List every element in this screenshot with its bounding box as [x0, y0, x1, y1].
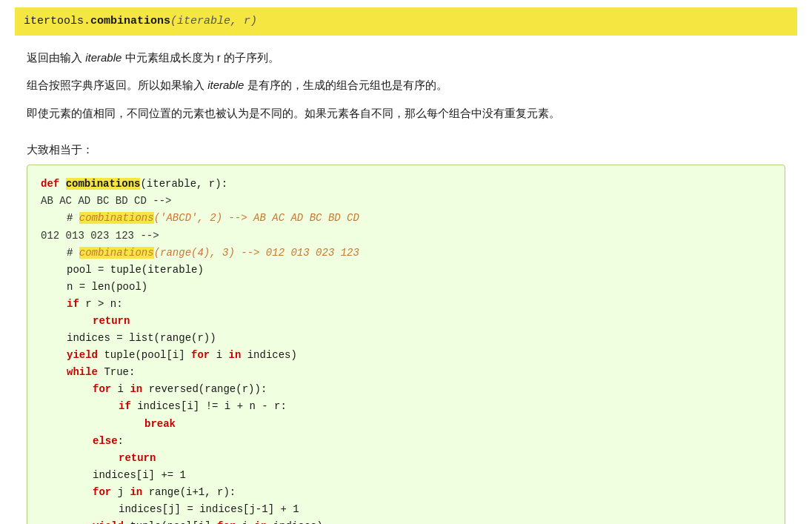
- desc-1: 返回由输入 iterable 中元素组成长度为 r 的子序列。: [27, 47, 785, 68]
- equiv-label: 大致相当于：: [27, 140, 797, 159]
- desc-2: 组合按照字典序返回。所以如果输入 iterable 是有序的，生成的组合元组也是…: [27, 75, 785, 96]
- signature-bar: itertools.combinations(iterable, r): [15, 7, 797, 36]
- code-line-8: yield tuple(pool[i] for i in indices): [41, 347, 771, 364]
- code-line-16: for j in range(i+1, r):: [41, 484, 771, 501]
- code-line-5: if r > n:: [41, 296, 771, 313]
- code-line-3: pool = tuple(iterable): [41, 262, 771, 279]
- code-line-10: for i in reversed(range(r)):: [41, 381, 771, 398]
- code-line-15: indices[i] += 1: [41, 467, 771, 484]
- code-line-4: n = len(pool): [41, 279, 771, 296]
- code-line-17: indices[j] = indices[j-1] + 1: [41, 501, 771, 518]
- code-line-comment1: # combinations('ABCD', 2) --> AB AC AD B…: [41, 210, 771, 227]
- code-line-13: else:: [41, 433, 771, 450]
- module-name: itertools.: [24, 15, 90, 27]
- desc-3: 即使元素的值相同，不同位置的元素也被认为是不同的。如果元素各自不同，那么每个组合…: [27, 103, 785, 124]
- code-line-6: return: [41, 313, 771, 330]
- code-line-def: def combinations(iterable, r):: [41, 176, 771, 193]
- func-name: combinations: [90, 15, 170, 27]
- description-block: 返回由输入 iterable 中元素组成长度为 r 的子序列。 组合按照字典序返…: [15, 46, 797, 133]
- code-line-7: indices = list(range(r)): [41, 330, 771, 347]
- code-line-comment2: # combinations(range(4), 3) --> 012 013 …: [41, 245, 771, 262]
- code-line-18: yield tuple(pool[i] for i in indices): [41, 518, 771, 524]
- code-line-11: if indices[i] != i + n - r:: [41, 398, 771, 415]
- func-params: (iterable, r): [170, 15, 257, 27]
- page-container: « itertools.combinations(iterable, r) 返回…: [0, 0, 812, 524]
- code-block: def combinations(iterable, r): AB AC AD …: [27, 165, 785, 524]
- code-line-12: break: [41, 416, 771, 433]
- code-line-9: while True:: [41, 364, 771, 381]
- code-line-14: return: [41, 450, 771, 467]
